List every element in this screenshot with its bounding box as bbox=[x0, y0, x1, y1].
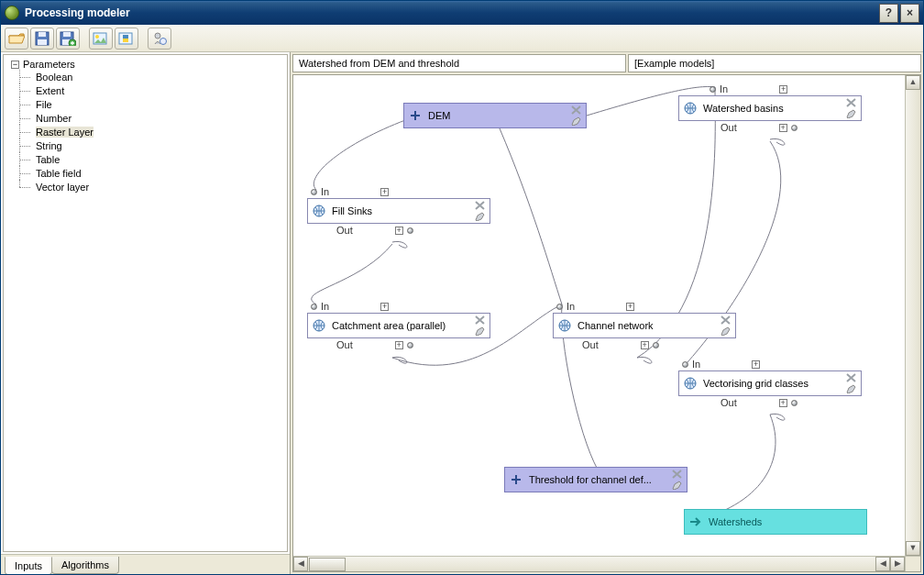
port-in-dot[interactable] bbox=[682, 361, 688, 368]
help-button[interactable]: ? bbox=[879, 4, 898, 23]
scroll-right-end-icon[interactable]: ▶ bbox=[890, 557, 905, 571]
node-dem[interactable]: DEM bbox=[403, 103, 587, 128]
tree-item[interactable]: Raster Layer bbox=[19, 125, 94, 138]
close-button[interactable]: × bbox=[900, 4, 919, 23]
node-threshold[interactable]: Threshold for channel def... bbox=[504, 467, 688, 492]
port-in-dot[interactable] bbox=[556, 304, 563, 310]
delete-icon[interactable] bbox=[571, 105, 582, 116]
tree-expander[interactable]: − bbox=[11, 61, 19, 69]
node-watersheds-output[interactable]: Watersheds bbox=[684, 509, 867, 535]
edit-icon[interactable] bbox=[720, 326, 732, 337]
scroll-up-icon[interactable]: ▲ bbox=[906, 75, 920, 90]
tree-item[interactable]: Table field bbox=[19, 166, 94, 180]
delete-icon[interactable] bbox=[672, 470, 683, 480]
port-out-dot[interactable] bbox=[791, 400, 798, 406]
export-python-button[interactable] bbox=[115, 28, 138, 50]
open-button[interactable] bbox=[5, 28, 28, 50]
node-label: Channel network bbox=[578, 320, 715, 331]
expand-in-icon[interactable]: + bbox=[626, 303, 634, 311]
tree-item[interactable]: Boolean bbox=[19, 70, 94, 83]
edit-icon[interactable] bbox=[846, 384, 857, 394]
edit-icon[interactable] bbox=[672, 481, 683, 491]
port-in-label: In bbox=[321, 186, 329, 197]
delete-icon[interactable] bbox=[475, 315, 486, 326]
delete-icon[interactable] bbox=[475, 201, 486, 211]
tree-item[interactable]: File bbox=[19, 97, 94, 111]
expand-in-icon[interactable]: + bbox=[779, 85, 787, 94]
export-image-button[interactable] bbox=[89, 28, 113, 50]
port-in-dot[interactable] bbox=[311, 304, 317, 310]
tree-item[interactable]: String bbox=[19, 138, 94, 152]
tab-algorithms[interactable]: Algorithms bbox=[51, 557, 119, 574]
node-label: Watersheds bbox=[709, 516, 863, 527]
edit-help-button[interactable] bbox=[148, 28, 171, 50]
delete-icon[interactable] bbox=[720, 315, 732, 326]
edit-icon[interactable] bbox=[475, 212, 486, 222]
tree-item-label: Vector layer bbox=[36, 182, 89, 193]
expand-out-icon[interactable]: + bbox=[395, 341, 403, 349]
tree-item-label: Raster Layer bbox=[36, 127, 94, 138]
save-button[interactable] bbox=[30, 28, 54, 50]
tree-item[interactable]: Vector layer bbox=[19, 180, 94, 194]
node-label: DEM bbox=[428, 110, 566, 121]
edit-icon[interactable] bbox=[475, 326, 486, 337]
scroll-left-icon[interactable]: ◀ bbox=[293, 557, 308, 571]
port-out-label: Out bbox=[720, 397, 737, 408]
tree-item-label: Extent bbox=[36, 85, 64, 96]
model-group-input[interactable] bbox=[628, 54, 921, 72]
scroll-thumb[interactable] bbox=[309, 558, 346, 571]
node-fill-sinks[interactable]: Fill Sinks bbox=[307, 198, 490, 224]
horizontal-scrollbar[interactable]: ◀ ◀ ▶ bbox=[293, 556, 905, 571]
tab-inputs[interactable]: Inputs bbox=[5, 557, 52, 575]
delete-icon[interactable] bbox=[846, 98, 857, 108]
port-in-dot[interactable] bbox=[311, 189, 317, 195]
left-tabs: Inputs Algorithms bbox=[1, 554, 290, 574]
left-panel: − Parameters BooleanExtentFileNumberRast… bbox=[1, 52, 291, 574]
model-canvas[interactable]: DEM In + bbox=[293, 75, 905, 556]
node-label: Catchment area (parallel) bbox=[332, 320, 469, 331]
tree-root-label: Parameters bbox=[23, 59, 75, 70]
edit-icon[interactable] bbox=[846, 109, 857, 119]
node-label: Fill Sinks bbox=[332, 205, 469, 216]
delete-icon[interactable] bbox=[846, 373, 857, 383]
node-label: Watershed basins bbox=[703, 103, 841, 114]
save-as-button[interactable] bbox=[56, 28, 80, 50]
expand-out-icon[interactable]: + bbox=[779, 124, 787, 132]
globe-icon bbox=[312, 318, 326, 333]
scroll-right-icon[interactable]: ◀ bbox=[875, 557, 890, 571]
tree-item[interactable]: Table bbox=[19, 152, 94, 166]
port-in-label: In bbox=[566, 301, 575, 312]
node-watershed-basins[interactable]: Watershed basins bbox=[678, 95, 862, 121]
node-label: Threshold for channel def... bbox=[529, 474, 666, 485]
main-area: − Parameters BooleanExtentFileNumberRast… bbox=[1, 52, 923, 574]
expand-in-icon[interactable]: + bbox=[380, 188, 389, 196]
main-toolbar bbox=[1, 25, 923, 52]
expand-in-icon[interactable]: + bbox=[752, 360, 760, 369]
port-out-dot[interactable] bbox=[653, 342, 659, 348]
plus-icon bbox=[509, 472, 523, 487]
tree-item-label: Boolean bbox=[36, 72, 72, 83]
port-out-dot[interactable] bbox=[791, 125, 798, 131]
model-name-input[interactable] bbox=[292, 54, 626, 72]
svg-point-10 bbox=[155, 33, 160, 39]
expand-in-icon[interactable]: + bbox=[380, 303, 389, 311]
scroll-corner bbox=[905, 556, 920, 571]
tree-item[interactable]: Number bbox=[19, 111, 94, 125]
node-vectorising-grid-classes[interactable]: Vectorising grid classes bbox=[678, 370, 862, 396]
parameter-tree[interactable]: − Parameters BooleanExtentFileNumberRast… bbox=[3, 54, 288, 552]
expand-out-icon[interactable]: + bbox=[395, 227, 403, 235]
edit-icon[interactable] bbox=[571, 116, 582, 127]
node-channel-network[interactable]: Channel network bbox=[553, 313, 736, 338]
expand-out-icon[interactable]: + bbox=[779, 399, 787, 407]
vertical-scrollbar[interactable]: ▲ ▼ bbox=[905, 75, 920, 556]
tree-item[interactable]: Extent bbox=[19, 83, 94, 97]
port-out-dot[interactable] bbox=[407, 342, 413, 348]
globe-icon bbox=[557, 318, 572, 333]
scroll-down-icon[interactable]: ▼ bbox=[906, 541, 920, 556]
port-out-dot[interactable] bbox=[407, 227, 413, 234]
node-catchment-area[interactable]: Catchment area (parallel) bbox=[307, 313, 490, 338]
port-in-dot[interactable] bbox=[710, 86, 716, 93]
port-in-label: In bbox=[321, 301, 329, 312]
expand-out-icon[interactable]: + bbox=[641, 341, 649, 349]
globe-icon bbox=[312, 204, 326, 218]
